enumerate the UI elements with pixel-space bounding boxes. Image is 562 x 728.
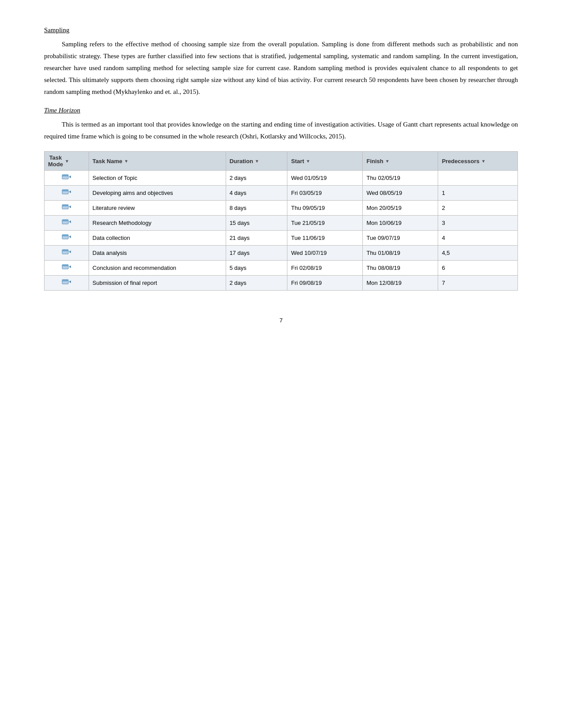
col-header-name[interactable]: Task Name ▼ — [89, 152, 226, 171]
task-mode-icon — [62, 173, 71, 181]
time-horizon-paragraph: This is termed as an important tool that… — [44, 119, 518, 142]
task-name-cell: Literature review — [89, 201, 226, 216]
task-duration-cell: 21 days — [226, 231, 287, 246]
task-start-cell: Fri 03/05/19 — [287, 186, 363, 201]
sampling-section: Sampling Sampling refers to the effectiv… — [44, 26, 518, 98]
page-number: 7 — [44, 317, 518, 324]
task-duration-cell: 4 days — [226, 186, 287, 201]
task-mode-icon — [62, 278, 71, 286]
task-predecessors-cell: 2 — [438, 201, 518, 216]
task-mode-icon — [62, 188, 71, 196]
table-row: Conclusion and recommendation5 daysFri 0… — [45, 261, 518, 276]
table-row: Literature review8 daysThu 09/05/19Mon 2… — [45, 201, 518, 216]
task-finish-cell: Mon 10/06/19 — [363, 216, 438, 231]
task-mode-cell — [45, 246, 89, 261]
svg-rect-16 — [62, 250, 68, 251]
svg-marker-2 — [69, 175, 71, 178]
task-duration-cell: 8 days — [226, 201, 287, 216]
svg-rect-4 — [62, 190, 68, 191]
task-predecessors-cell: 4 — [438, 231, 518, 246]
table-header-row: TaskMode ▼ Task Name ▼ Duration ▼ — [45, 152, 518, 171]
svg-rect-10 — [62, 220, 68, 221]
col-header-duration[interactable]: Duration ▼ — [226, 152, 287, 171]
task-start-cell: Tue 11/06/19 — [287, 231, 363, 246]
col-header-start-label: Start — [291, 158, 304, 164]
table-row: Data collection21 daysTue 11/06/19Tue 09… — [45, 231, 518, 246]
task-start-cell: Wed 01/05/19 — [287, 171, 363, 186]
sort-arrow-start: ▼ — [306, 159, 310, 164]
table-row: Selection of Topic2 daysWed 01/05/19Thu … — [45, 171, 518, 186]
sort-arrow-predecessors: ▼ — [481, 159, 486, 164]
sampling-paragraph: Sampling refers to the effective method … — [44, 38, 518, 98]
sampling-heading: Sampling — [44, 26, 518, 34]
gantt-table: TaskMode ▼ Task Name ▼ Duration ▼ — [44, 151, 518, 291]
col-header-start[interactable]: Start ▼ — [287, 152, 363, 171]
col-header-mode[interactable]: TaskMode ▼ — [45, 152, 89, 171]
sort-arrow-name: ▼ — [124, 159, 128, 164]
task-name-cell: Submission of final report — [89, 276, 226, 291]
table-row: Submission of final report2 daysFri 09/0… — [45, 276, 518, 291]
svg-marker-20 — [69, 265, 71, 268]
task-mode-cell — [45, 186, 89, 201]
task-start-cell: Tue 21/05/19 — [287, 216, 363, 231]
time-horizon-heading: Time Horizon — [44, 107, 518, 114]
task-name-cell: Research Methodology — [89, 216, 226, 231]
sort-arrow-duration: ▼ — [255, 159, 259, 164]
task-start-cell: Fri 02/08/19 — [287, 261, 363, 276]
col-header-mode-label: TaskMode — [48, 154, 63, 168]
task-predecessors-cell: 1 — [438, 186, 518, 201]
task-name-cell: Developing aims and objectives — [89, 186, 226, 201]
task-start-cell: Fri 09/08/19 — [287, 276, 363, 291]
task-finish-cell: Thu 02/05/19 — [363, 171, 438, 186]
task-predecessors-cell: 7 — [438, 276, 518, 291]
task-mode-icon — [62, 248, 71, 256]
task-finish-cell: Thu 01/08/19 — [363, 246, 438, 261]
task-start-cell: Thu 09/05/19 — [287, 201, 363, 216]
task-mode-cell — [45, 276, 89, 291]
task-duration-cell: 17 days — [226, 246, 287, 261]
table-row: Research Methodology15 daysTue 21/05/19M… — [45, 216, 518, 231]
task-duration-cell: 2 days — [226, 276, 287, 291]
task-predecessors-cell — [438, 171, 518, 186]
task-mode-icon — [62, 233, 71, 241]
col-header-predecessors[interactable]: Predecessors ▼ — [438, 152, 518, 171]
task-name-cell: Data collection — [89, 231, 226, 246]
table-row: Data analysis17 daysWed 10/07/19Thu 01/0… — [45, 246, 518, 261]
svg-rect-19 — [62, 265, 68, 266]
svg-marker-17 — [69, 250, 71, 253]
col-header-predecessors-label: Predecessors — [442, 158, 479, 164]
task-name-cell: Selection of Topic — [89, 171, 226, 186]
svg-marker-11 — [69, 220, 71, 223]
task-finish-cell: Mon 20/05/19 — [363, 201, 438, 216]
task-duration-cell: 2 days — [226, 171, 287, 186]
task-mode-cell — [45, 216, 89, 231]
svg-rect-13 — [62, 235, 68, 236]
task-duration-cell: 5 days — [226, 261, 287, 276]
task-mode-cell — [45, 201, 89, 216]
col-header-finish[interactable]: Finish ▼ — [363, 152, 438, 171]
task-name-cell: Conclusion and recommendation — [89, 261, 226, 276]
col-header-name-label: Task Name — [93, 158, 123, 164]
svg-marker-5 — [69, 190, 71, 193]
task-name-cell: Data analysis — [89, 246, 226, 261]
task-predecessors-cell: 6 — [438, 261, 518, 276]
col-header-finish-label: Finish — [366, 158, 383, 164]
task-finish-cell: Wed 08/05/19 — [363, 186, 438, 201]
task-finish-cell: Mon 12/08/19 — [363, 276, 438, 291]
task-finish-cell: Thu 08/08/19 — [363, 261, 438, 276]
svg-marker-14 — [69, 235, 71, 238]
task-predecessors-cell: 4,5 — [438, 246, 518, 261]
task-mode-cell — [45, 171, 89, 186]
sort-arrow-mode: ▼ — [65, 159, 69, 164]
task-mode-icon — [62, 218, 71, 226]
task-start-cell: Wed 10/07/19 — [287, 246, 363, 261]
svg-marker-8 — [69, 205, 71, 208]
col-header-duration-label: Duration — [230, 158, 253, 164]
task-mode-cell — [45, 231, 89, 246]
sort-arrow-finish: ▼ — [385, 159, 390, 164]
time-horizon-section: Time Horizon This is termed as an import… — [44, 107, 518, 142]
svg-rect-22 — [62, 280, 68, 281]
table-row: Developing aims and objectives4 daysFri … — [45, 186, 518, 201]
task-mode-icon — [62, 263, 71, 271]
task-mode-icon — [62, 203, 71, 211]
